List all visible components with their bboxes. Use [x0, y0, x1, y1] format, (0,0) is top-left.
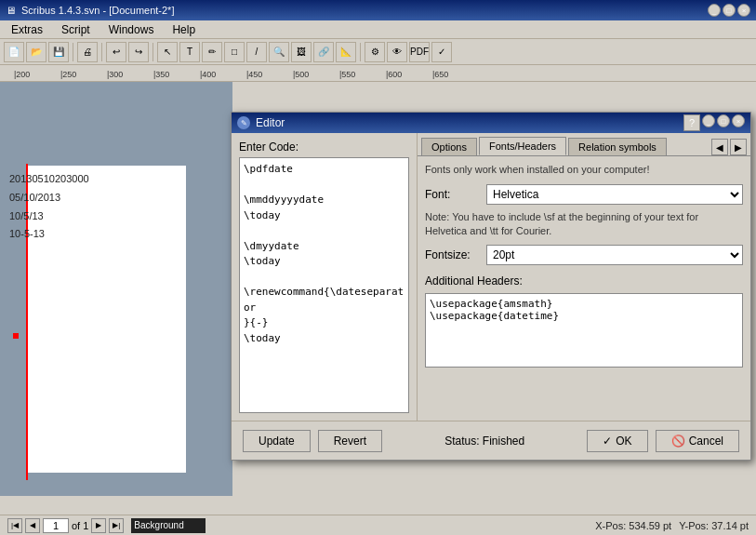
svg-text:|500: |500 — [293, 70, 309, 79]
canvas-line-3: 10/5/13 — [9, 207, 89, 226]
close-button[interactable]: × — [737, 4, 750, 17]
last-page-button[interactable]: ▶| — [109, 518, 124, 533]
check-button[interactable]: ✓ — [431, 42, 452, 62]
pdf-button[interactable]: PDF — [409, 42, 430, 62]
canvas-content: 20130510203000 05/10/2013 10/5/13 10-5-1… — [9, 170, 89, 244]
redo-button[interactable]: ↪ — [128, 42, 149, 62]
toolbar-sep1 — [73, 43, 73, 61]
tab-prev-button[interactable]: ◀ — [711, 139, 728, 155]
dialog-close-button[interactable]: × — [732, 114, 745, 127]
toolbar-sep3 — [153, 43, 153, 61]
layer-label: Background — [134, 520, 183, 530]
link-button[interactable]: 🔗 — [313, 42, 334, 62]
menu-script[interactable]: Script — [54, 21, 98, 38]
tab-bar: Options Fonts/Headers Relation symbols ◀… — [418, 133, 750, 155]
menu-extras[interactable]: Extras — [4, 21, 50, 38]
settings-button[interactable]: ⚙ — [365, 42, 385, 62]
toolbar-sep2 — [101, 43, 102, 61]
ok-check-icon: ✓ — [603, 435, 612, 448]
svg-text:|600: |600 — [386, 70, 402, 79]
footer-right-buttons: ✓ OK 🚫 Cancel — [587, 430, 739, 452]
font-row: Font: Helvetica Courier Times — [425, 184, 743, 205]
status-text: Status: Finished — [444, 435, 524, 448]
fontsize-select[interactable]: 20pt 8pt 10pt 12pt — [486, 245, 743, 265]
prev-page-button[interactable]: ◀ — [25, 518, 40, 533]
next-page-button[interactable]: ▶ — [91, 518, 106, 533]
cancel-button[interactable]: 🚫 Cancel — [656, 430, 739, 452]
cancel-label: Cancel — [689, 435, 723, 448]
layer-indicator: Background — [131, 518, 206, 533]
shape-button[interactable]: □ — [224, 42, 245, 62]
dialog-minimize-button[interactable]: _ — [702, 114, 715, 127]
app-title: Scribus 1.4.3.svn - [Document-2*] — [21, 5, 174, 16]
new-button[interactable]: 📄 — [4, 42, 24, 62]
dialog-help-button[interactable]: ? — [683, 114, 700, 131]
svg-text:|350: |350 — [153, 70, 169, 79]
font-select[interactable]: Helvetica Courier Times — [486, 184, 743, 205]
canvas-area: 20130510203000 05/10/2013 10/5/13 10-5-1… — [0, 82, 232, 496]
revert-button[interactable]: Revert — [318, 430, 382, 452]
tab-next-button[interactable]: ▶ — [730, 139, 747, 155]
dialog-title-bar: ✎ Editor ? _ □ × — [232, 113, 750, 133]
eye-button[interactable]: 👁 — [387, 42, 407, 62]
select-button[interactable]: ↖ — [157, 42, 178, 62]
svg-text:|450: |450 — [246, 70, 262, 79]
code-textarea[interactable]: \pdfdate \mmddyyyydate \today \dmyydate … — [239, 157, 409, 413]
cancel-x-icon: 🚫 — [671, 435, 685, 448]
ok-label: OK — [616, 435, 631, 448]
svg-text:|300: |300 — [107, 70, 123, 79]
tab-fonts-headers[interactable]: Fonts/Headers — [479, 137, 566, 155]
y-position: Y-Pos: 37.14 pt — [679, 520, 749, 531]
line-button[interactable]: / — [246, 42, 267, 62]
right-panel: Options Fonts/Headers Relation symbols ◀… — [418, 133, 750, 421]
fontsize-row: Fontsize: 20pt 8pt 10pt 12pt — [425, 245, 743, 265]
dialog-icon: ✎ — [237, 116, 250, 129]
print-button[interactable]: 🖨 — [77, 42, 98, 62]
zoom-button[interactable]: 🔍 — [269, 42, 289, 62]
save-button[interactable]: 💾 — [48, 42, 69, 62]
text-button[interactable]: T — [179, 42, 200, 62]
menu-bar: Extras Script Windows Help — [0, 20, 756, 39]
red-handle — [13, 333, 19, 339]
fontsize-label: Fontsize: — [425, 248, 481, 261]
svg-text:|400: |400 — [200, 70, 216, 79]
draw-button[interactable]: ✏ — [202, 42, 222, 62]
dialog-maximize-button[interactable]: □ — [717, 114, 730, 127]
ruler-svg: |200 |250 |300 |350 |400 |450 |500 |550 … — [0, 65, 756, 82]
minimize-button[interactable]: _ — [708, 4, 721, 17]
ruler: |200 |250 |300 |350 |400 |450 |500 |550 … — [0, 65, 756, 82]
title-bar: 🖥 Scribus 1.4.3.svn - [Document-2*] _ □ … — [0, 0, 756, 20]
tab-content-fonts: Fonts only work when installed on your c… — [418, 155, 750, 421]
ok-button[interactable]: ✓ OK — [587, 430, 647, 452]
enter-code-label: Enter Code: — [239, 140, 409, 154]
toolbar-sep4 — [360, 43, 361, 61]
menu-windows[interactable]: Windows — [101, 21, 162, 38]
update-button[interactable]: Update — [243, 430, 311, 452]
tab-options[interactable]: Options — [421, 138, 477, 155]
dialog-title: Editor — [256, 116, 285, 129]
tab-relation-symbols[interactable]: Relation symbols — [568, 138, 667, 155]
menu-help[interactable]: Help — [165, 21, 203, 38]
svg-text:|550: |550 — [339, 70, 355, 79]
image-button[interactable]: 🖼 — [291, 42, 312, 62]
measure-button[interactable]: 📐 — [336, 42, 356, 62]
dialog-footer: Update Revert Status: Finished ✓ OK 🚫 Ca… — [232, 421, 750, 460]
status-bar: |◀ ◀ 1 of 1 ▶ ▶| Background X-Pos: 534.5… — [0, 515, 756, 535]
app-window: 🖥 Scribus 1.4.3.svn - [Document-2*] _ □ … — [0, 0, 756, 535]
additional-label: Additional Headers: — [425, 274, 743, 288]
font-label: Font: — [425, 188, 481, 201]
additional-headers-textarea[interactable]: \usepackage{amsmath} \usepackage{datetim… — [425, 293, 743, 368]
undo-button[interactable]: ↩ — [106, 42, 126, 62]
app-icon: 🖥 — [6, 5, 16, 16]
first-page-button[interactable]: |◀ — [7, 518, 22, 533]
open-button[interactable]: 📂 — [26, 42, 46, 62]
title-bar-buttons: _ □ × — [708, 4, 750, 17]
page-number-input[interactable]: 1 — [43, 518, 69, 533]
page-nav: |◀ ◀ 1 of 1 ▶ ▶| — [7, 518, 124, 533]
note-text: Note: You have to include \sf at the beg… — [425, 210, 743, 239]
editor-dialog: ✎ Editor ? _ □ × Enter Code: \pdfdate \m… — [231, 112, 751, 461]
svg-text:|250: |250 — [60, 70, 76, 79]
maximize-button[interactable]: □ — [723, 4, 736, 17]
svg-text:|650: |650 — [432, 70, 448, 79]
left-panel: Enter Code: \pdfdate \mmddyyyydate \toda… — [232, 133, 418, 421]
